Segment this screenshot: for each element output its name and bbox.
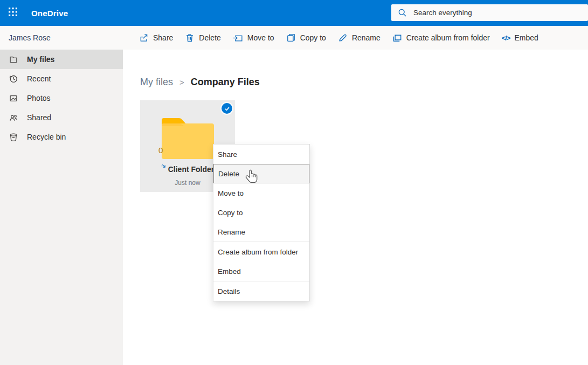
share-icon — [139, 33, 149, 43]
create-album-label: Create album from folder — [406, 33, 490, 42]
copy-to-icon — [286, 33, 296, 43]
move-to-button[interactable]: Move to — [233, 33, 274, 43]
recent-icon — [9, 74, 18, 84]
waffle-icon — [8, 7, 18, 19]
rename-button[interactable]: Rename — [338, 33, 381, 43]
app-header: OneDrive — [0, 0, 588, 26]
recycle-bin-icon — [9, 132, 18, 142]
sidebar: My files Recent Photos — [0, 50, 123, 365]
app-title[interactable]: OneDrive — [31, 9, 68, 18]
folder-icon — [9, 55, 18, 64]
command-bar-actions: Share Delete — [139, 26, 538, 50]
folder-name: Client Folder — [168, 165, 215, 174]
copy-to-button[interactable]: Copy to — [286, 33, 326, 43]
breadcrumb: My files > Company Files — [140, 77, 260, 88]
sidebar-item-label: Recent — [27, 74, 51, 83]
menu-item-rename[interactable]: Rename — [213, 222, 309, 242]
command-bar: James Rose Share — [0, 26, 588, 50]
sidebar-item-label: Recycle bin — [27, 133, 66, 141]
breadcrumb-my-files[interactable]: My files — [140, 77, 173, 88]
sidebar-item-shared[interactable]: Shared — [0, 108, 123, 127]
search-box[interactable] — [391, 4, 588, 21]
user-name[interactable]: James Rose — [9, 26, 51, 50]
sidebar-item-label: Photos — [27, 94, 51, 102]
context-menu: Share Delete Move to Copy to Rename Crea… — [213, 144, 310, 301]
delete-icon — [185, 33, 195, 43]
embed-icon: </> — [502, 34, 510, 42]
menu-item-move-to[interactable]: Move to — [213, 183, 309, 203]
copy-to-label: Copy to — [300, 33, 326, 42]
delete-label: Delete — [199, 33, 220, 42]
chevron-right-icon: > — [179, 78, 184, 87]
sidebar-item-recent[interactable]: Recent — [0, 69, 123, 88]
menu-item-delete[interactable]: Delete — [213, 164, 309, 183]
embed-button[interactable]: </> Embed — [502, 33, 538, 42]
menu-item-create-album[interactable]: Create album from folder — [213, 242, 309, 261]
folder-item-count: 0 — [158, 146, 163, 155]
selection-checkbox[interactable] — [222, 103, 232, 114]
new-item-indicator-icon — [161, 163, 167, 169]
shared-icon — [9, 113, 18, 122]
create-album-button[interactable]: Create album from folder — [392, 33, 490, 43]
onedrive-app: OneDrive James Rose Share — [0, 0, 588, 365]
menu-item-details[interactable]: Details — [213, 281, 309, 301]
rename-icon — [338, 33, 348, 43]
delete-button[interactable]: Delete — [185, 33, 220, 43]
check-icon — [224, 106, 230, 112]
search-input[interactable] — [412, 8, 588, 17]
embed-label: Embed — [514, 33, 538, 42]
folder-thumbnail-icon — [156, 112, 219, 164]
search-icon — [398, 8, 407, 17]
share-button[interactable]: Share — [139, 33, 173, 43]
menu-item-embed[interactable]: Embed — [213, 261, 309, 281]
menu-item-share[interactable]: Share — [213, 144, 309, 164]
app-launcher-button[interactable] — [0, 0, 26, 26]
breadcrumb-current-folder: Company Files — [191, 77, 260, 88]
rename-label: Rename — [352, 33, 381, 42]
sidebar-item-photos[interactable]: Photos — [0, 88, 123, 108]
sidebar-item-label: My files — [27, 55, 54, 64]
photos-icon — [9, 94, 18, 103]
sidebar-item-my-files[interactable]: My files — [0, 50, 123, 69]
move-to-icon — [233, 33, 243, 43]
menu-item-copy-to[interactable]: Copy to — [213, 203, 309, 222]
move-to-label: Move to — [247, 33, 274, 42]
sidebar-item-recycle-bin[interactable]: Recycle bin — [0, 127, 123, 147]
sidebar-item-label: Shared — [27, 113, 51, 122]
create-album-icon — [392, 33, 402, 43]
share-label: Share — [153, 33, 173, 42]
